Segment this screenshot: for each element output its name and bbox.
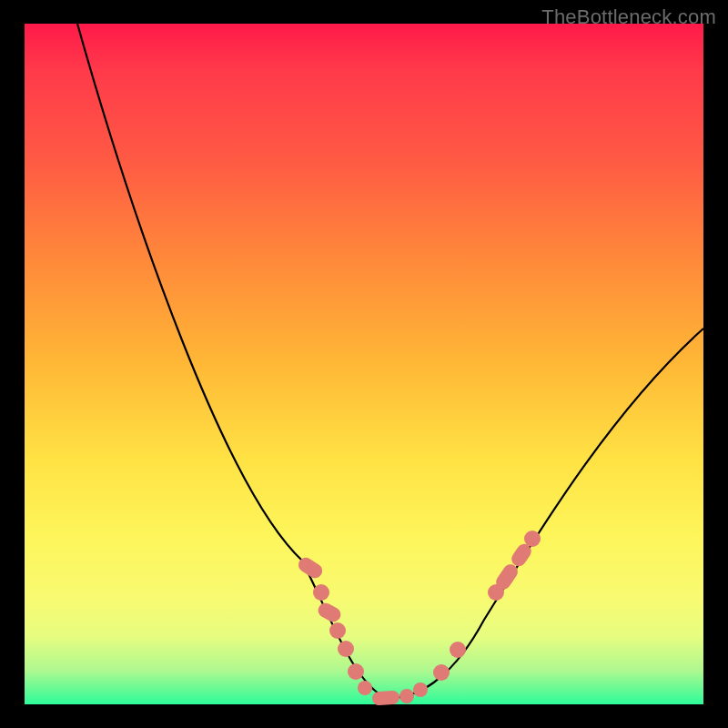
data-marker bbox=[433, 664, 450, 681]
data-marker bbox=[413, 682, 428, 697]
chart-svg bbox=[25, 24, 703, 704]
data-marker bbox=[450, 642, 466, 658]
data-marker bbox=[316, 601, 343, 624]
data-marker bbox=[372, 690, 400, 705]
data-marker bbox=[329, 622, 346, 639]
data-marker bbox=[313, 584, 329, 601]
marker-group bbox=[296, 531, 541, 706]
data-marker bbox=[358, 681, 372, 695]
curve-path bbox=[77, 24, 703, 698]
data-marker bbox=[524, 531, 541, 547]
data-marker bbox=[348, 663, 364, 680]
chart-plot-area bbox=[25, 24, 703, 704]
data-marker bbox=[399, 689, 414, 703]
data-marker bbox=[338, 641, 354, 657]
